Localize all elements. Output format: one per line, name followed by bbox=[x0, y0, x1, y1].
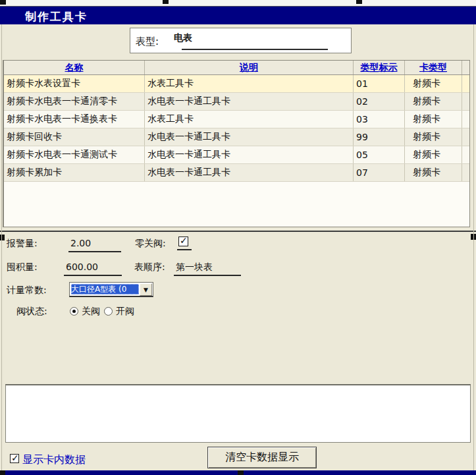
designer-handle[interactable] bbox=[0, 0, 6, 5]
cell-card-type[interactable]: 射频卡 bbox=[405, 164, 462, 181]
cell-filler bbox=[462, 164, 469, 181]
cell-name[interactable]: 射频卡回收卡 bbox=[4, 128, 145, 146]
designer-top-strip bbox=[0, 0, 476, 6]
cell-desc[interactable]: 水电表一卡通工具卡 bbox=[145, 128, 354, 146]
table-row[interactable]: 射频卡累加卡 水电表一卡通工具卡 07 射频卡 bbox=[4, 164, 469, 182]
cell-filler bbox=[462, 75, 469, 92]
valve-state-label: 阀状态: bbox=[16, 306, 47, 318]
zero-valve-checkbox[interactable] bbox=[178, 237, 188, 246]
cell-desc[interactable]: 水电表一卡通工具卡 bbox=[145, 146, 354, 163]
cell-name[interactable]: 射频卡水电表一卡通清零卡 bbox=[4, 93, 145, 110]
order-value[interactable]: 第一块表 bbox=[176, 262, 213, 273]
cell-desc[interactable]: 水电表一卡通工具卡 bbox=[145, 93, 354, 110]
zero-valve-underline bbox=[177, 249, 192, 250]
cell-name[interactable]: 射频卡水电表一卡通测试卡 bbox=[4, 146, 145, 163]
table-row[interactable]: 射频卡水表设置卡 水表工具卡 01 射频卡 bbox=[4, 75, 469, 93]
combobox-selected-value[interactable]: 大口径A型表 (0 bbox=[71, 284, 139, 294]
cell-desc[interactable]: 水表工具卡 bbox=[145, 111, 354, 128]
cell-card-type[interactable]: 射频卡 bbox=[405, 75, 462, 92]
cell-type-code[interactable]: 03 bbox=[354, 111, 405, 128]
window-right-edge bbox=[473, 24, 474, 470]
cell-name[interactable]: 射频卡水表设置卡 bbox=[4, 75, 145, 92]
cell-card-type[interactable]: 射频卡 bbox=[405, 146, 462, 163]
hoard-underline bbox=[64, 275, 122, 276]
cell-type-code[interactable]: 99 bbox=[354, 128, 405, 146]
hoard-value[interactable]: 600.00 bbox=[66, 262, 98, 272]
cell-type-code[interactable]: 01 bbox=[354, 75, 405, 92]
column-header-filler bbox=[462, 61, 469, 74]
hoard-label: 囤积量: bbox=[7, 262, 38, 273]
valve-close-radio[interactable] bbox=[70, 307, 78, 316]
show-card-data-checkbox[interactable] bbox=[10, 454, 19, 463]
table-row[interactable]: 射频卡水电表一卡通换表卡 水表工具卡 03 射频卡 bbox=[4, 111, 469, 128]
meter-type-panel: 表型: 电表 bbox=[130, 28, 352, 53]
table-row[interactable]: 射频卡水电表一卡通测试卡 水电表一卡通工具卡 05 射频卡 bbox=[4, 146, 469, 164]
cell-desc[interactable]: 水表工具卡 bbox=[145, 75, 354, 92]
table-header-row: 名称 说明 类型标示 卡类型 bbox=[4, 61, 469, 75]
designer-handle[interactable] bbox=[356, 0, 362, 4]
cell-card-type[interactable]: 射频卡 bbox=[405, 128, 462, 146]
meter-type-underline bbox=[182, 49, 328, 50]
column-header-name[interactable]: 名称 bbox=[4, 61, 145, 74]
cell-filler bbox=[462, 146, 469, 163]
cell-type-code[interactable]: 05 bbox=[354, 146, 405, 163]
cell-filler bbox=[462, 111, 469, 128]
page-title: 制作工具卡 bbox=[25, 9, 88, 24]
zero-valve-label: 零关阀: bbox=[135, 238, 166, 250]
order-label: 表顺序: bbox=[134, 262, 165, 273]
cell-filler bbox=[462, 93, 469, 110]
designer-handle[interactable] bbox=[163, 0, 169, 4]
cell-name[interactable]: 射频卡累加卡 bbox=[4, 164, 145, 181]
card-table: 名称 说明 类型标示 卡类型 射频卡水表设置卡 水表工具卡 01 射频卡 射频卡… bbox=[3, 60, 470, 227]
valve-close-label: 关阀 bbox=[82, 306, 100, 318]
alarm-label: 报警量: bbox=[7, 238, 38, 250]
designer-handle[interactable] bbox=[0, 470, 5, 475]
order-underline bbox=[174, 275, 241, 276]
cell-card-type[interactable]: 射频卡 bbox=[405, 111, 462, 128]
column-header-desc[interactable]: 说明 bbox=[145, 61, 354, 74]
card-data-display-area[interactable] bbox=[5, 384, 471, 443]
window-left-edge bbox=[1, 24, 2, 470]
cell-name[interactable]: 射频卡水电表一卡通换表卡 bbox=[4, 111, 145, 128]
table-row[interactable]: 射频卡水电表一卡通清零卡 水电表一卡通工具卡 02 射频卡 bbox=[4, 93, 469, 111]
constant-label: 计量常数: bbox=[7, 285, 47, 296]
section-divider bbox=[0, 231, 476, 232]
cell-desc[interactable]: 水电表一卡通工具卡 bbox=[145, 164, 354, 181]
designer-handle[interactable] bbox=[238, 470, 244, 475]
meter-type-label: 表型: bbox=[136, 36, 159, 48]
show-card-data-label: 显示卡内数据 bbox=[22, 453, 86, 467]
alarm-underline bbox=[68, 251, 121, 252]
column-header-type-code[interactable]: 类型标示 bbox=[354, 61, 405, 74]
cell-card-type[interactable]: 射频卡 bbox=[405, 93, 462, 110]
alarm-value[interactable]: 2.00 bbox=[70, 238, 91, 248]
make-tool-card-window: 制作工具卡 表型: 电表 名称 说明 类型标示 卡类型 射频卡水表设置卡 水表工… bbox=[0, 0, 476, 475]
chevron-down-icon[interactable]: ▼ bbox=[140, 283, 152, 296]
valve-open-label: 开阀 bbox=[116, 306, 134, 318]
title-bar: 制作工具卡 bbox=[0, 6, 476, 24]
cell-type-code[interactable]: 07 bbox=[354, 164, 405, 181]
valve-open-radio[interactable] bbox=[104, 307, 113, 316]
clear-card-data-button[interactable]: 清空卡数据显示 bbox=[207, 447, 317, 468]
column-header-card-type[interactable]: 卡类型 bbox=[405, 61, 462, 74]
cell-filler bbox=[462, 128, 469, 146]
metering-constant-combobox[interactable]: 大口径A型表 (0 ▼ bbox=[69, 282, 153, 297]
cell-type-code[interactable]: 02 bbox=[354, 93, 405, 110]
table-row[interactable]: 射频卡回收卡 水电表一卡通工具卡 99 射频卡 bbox=[4, 128, 469, 146]
meter-type-value[interactable]: 电表 bbox=[174, 32, 192, 44]
